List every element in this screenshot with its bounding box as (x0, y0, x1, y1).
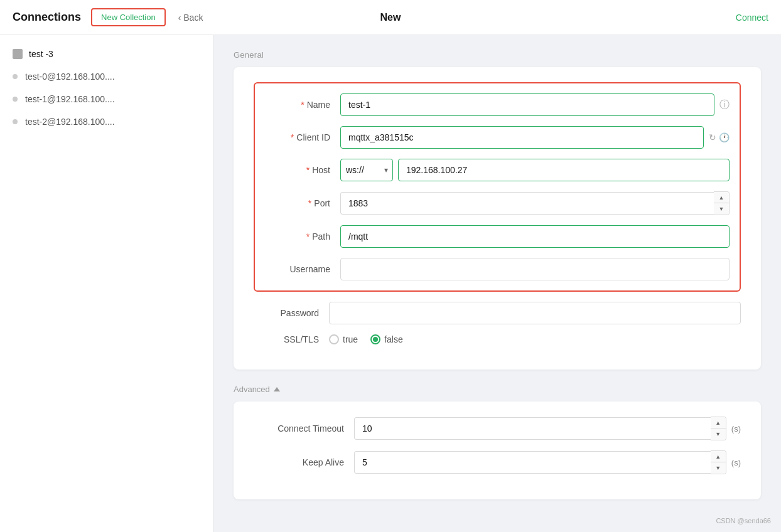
connection-label-0: test-0@192.168.100.... (25, 72, 115, 82)
client-id-input[interactable] (340, 126, 704, 149)
name-input[interactable] (340, 93, 714, 116)
host-input-group: ws:// wss:// mqtt:// mqtts:// (340, 159, 730, 181)
username-label: Username (265, 264, 340, 274)
keep-alive-decrement[interactable]: ▼ (711, 462, 726, 474)
connections-title: Connections (13, 11, 81, 24)
advanced-card: Connect Timeout ▲ ▼ (s) Keep Alive ▲ (234, 402, 761, 499)
keep-alive-increment[interactable]: ▲ (711, 451, 726, 462)
keep-alive-spinbox: ▲ ▼ (354, 450, 726, 474)
status-dot-2 (13, 119, 18, 124)
connect-timeout-increment[interactable]: ▲ (711, 417, 726, 428)
username-row: Username (265, 258, 730, 280)
path-input[interactable] (340, 225, 730, 248)
connect-button[interactable]: Connect (736, 13, 768, 23)
status-dot-1 (13, 97, 18, 102)
sidebar-item-1[interactable]: test-1@192.168.100.... (0, 88, 213, 110)
connect-timeout-decrement[interactable]: ▼ (711, 428, 726, 440)
connect-timeout-label: Connect Timeout (254, 423, 354, 434)
new-collection-button[interactable]: New Collection (91, 8, 166, 26)
name-row: *Name ⓘ (265, 93, 730, 116)
host-label: *Host (265, 165, 340, 175)
ssl-radio-group: true false (329, 334, 403, 344)
page-title: New (380, 12, 401, 23)
keep-alive-row: Keep Alive ▲ ▼ (s) (254, 450, 741, 474)
path-label: *Path (265, 231, 340, 242)
sidebar-group-test3[interactable]: test -3 (0, 43, 213, 65)
back-button[interactable]: Back (178, 13, 203, 23)
connection-label-1: test-1@192.168.100.... (25, 94, 115, 104)
sidebar-group-label: test -3 (29, 49, 53, 59)
ssl-false-option[interactable]: false (370, 334, 403, 344)
protocol-select-wrapper: ws:// wss:// mqtt:// mqtts:// (340, 159, 393, 181)
connect-timeout-unit: (s) (731, 424, 741, 434)
general-section-label: General (234, 50, 761, 60)
path-row: *Path (265, 225, 730, 248)
highlight-form-box: *Name ⓘ *Client ID ↻ 🕐 (254, 82, 741, 292)
port-input[interactable] (340, 192, 714, 215)
ssl-false-radio[interactable] (370, 334, 380, 344)
password-input[interactable] (329, 302, 741, 324)
name-label: *Name (265, 100, 340, 110)
connection-label-2: test-2@192.168.100.... (25, 117, 115, 127)
host-row: *Host ws:// wss:// mqtt:// mqtts:// (265, 159, 730, 181)
keep-alive-buttons: ▲ ▼ (711, 450, 726, 474)
password-label: Password (254, 308, 329, 318)
ssl-row: SSL/TLS true false (254, 334, 741, 344)
general-card: *Name ⓘ *Client ID ↻ 🕐 (234, 67, 761, 370)
keep-alive-input[interactable] (354, 451, 711, 474)
main-content: General *Name ⓘ *Client ID ↻ (213, 35, 781, 532)
connect-timeout-buttons: ▲ ▼ (711, 417, 726, 440)
protocol-select[interactable]: ws:// wss:// mqtt:// mqtts:// (340, 159, 393, 181)
connect-timeout-row: Connect Timeout ▲ ▼ (s) (254, 417, 741, 440)
advanced-collapse-icon[interactable] (274, 387, 280, 391)
client-id-row: *Client ID ↻ 🕐 (265, 126, 730, 149)
connect-timeout-input[interactable] (354, 417, 711, 440)
port-spinbox: ▲ ▼ (340, 191, 730, 215)
keep-alive-unit: (s) (731, 458, 741, 467)
ssl-true-option[interactable]: true (329, 334, 358, 344)
port-decrement-button[interactable]: ▼ (714, 203, 729, 215)
info-icon[interactable]: ⓘ (719, 98, 730, 112)
sidebar-item-0[interactable]: test-0@192.168.100.... (0, 65, 213, 88)
port-spinbox-buttons: ▲ ▼ (714, 191, 730, 215)
header: Connections New Collection Back New Conn… (0, 0, 781, 35)
password-row: Password (254, 302, 741, 324)
client-id-label: *Client ID (265, 132, 340, 142)
port-label: *Port (265, 198, 340, 208)
sidebar: test -3 test-0@192.168.100.... test-1@19… (0, 35, 213, 532)
connect-timeout-spinbox: ▲ ▼ (354, 417, 726, 440)
main-layout: test -3 test-0@192.168.100.... test-1@19… (0, 35, 781, 532)
status-dot-0 (13, 74, 18, 79)
username-input[interactable] (340, 258, 730, 280)
advanced-section-label: Advanced (234, 385, 761, 394)
watermark: CSDN @senda66 (716, 517, 771, 524)
sidebar-item-2[interactable]: test-2@192.168.100.... (0, 110, 213, 133)
folder-icon (13, 49, 23, 59)
ssl-label: SSL/TLS (254, 334, 329, 344)
port-increment-button[interactable]: ▲ (714, 192, 729, 203)
port-row: *Port ▲ ▼ (265, 191, 730, 215)
ssl-true-radio[interactable] (329, 334, 339, 344)
keep-alive-label: Keep Alive (254, 457, 354, 467)
clock-icon[interactable]: 🕐 (719, 132, 730, 142)
refresh-icon[interactable]: ↻ (709, 132, 716, 142)
host-input[interactable] (398, 159, 730, 181)
